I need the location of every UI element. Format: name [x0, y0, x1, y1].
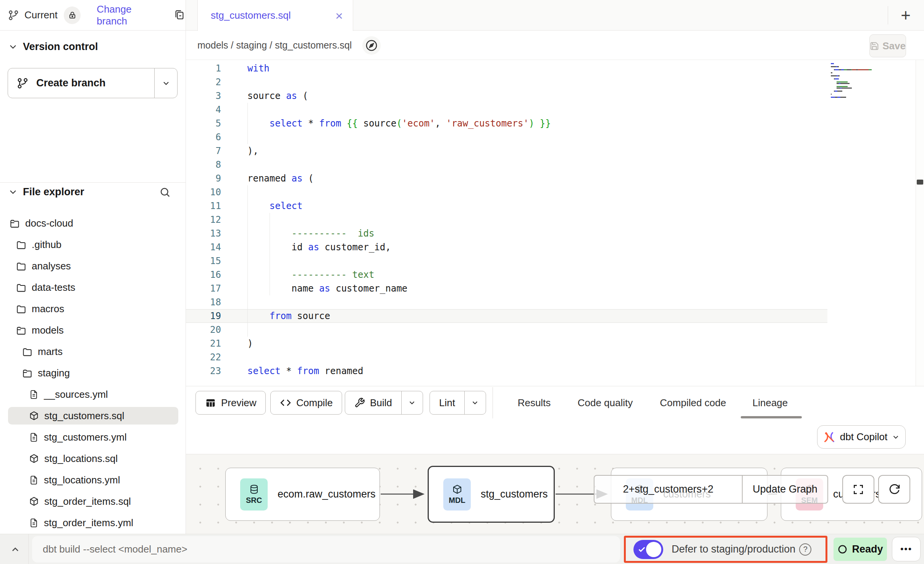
scrollbar-thumb[interactable] — [917, 180, 923, 185]
refresh-button[interactable] — [878, 475, 910, 504]
code-line-2[interactable]: 2 — [186, 75, 827, 89]
folder-icon — [16, 304, 26, 314]
action-bar-divider — [493, 387, 493, 418]
more-options-button[interactable]: ••• — [892, 537, 921, 561]
save-label: Save — [882, 40, 906, 52]
close-tab-icon[interactable]: × — [335, 9, 343, 22]
file-tree-item-models[interactable]: models — [0, 319, 186, 341]
fullscreen-button[interactable] — [842, 475, 874, 504]
file-tree-item--sources-yml[interactable]: __sources.yml — [0, 384, 186, 405]
dbt-copilot-logo-icon — [823, 431, 836, 444]
code-line-7[interactable]: 7), — [186, 144, 827, 158]
current-branch-label: Current — [24, 9, 58, 21]
create-branch-main[interactable]: Create branch — [8, 68, 154, 98]
minimap[interactable] — [831, 63, 874, 105]
code-line-4[interactable]: 4 — [186, 103, 827, 117]
tab-stg-customers-sql[interactable]: stg_customers.sql × — [197, 0, 353, 31]
file-tree-item-macros[interactable]: macros — [0, 298, 186, 319]
code-content — [232, 295, 827, 309]
panel-tab-compiled-code[interactable]: Compiled code — [660, 386, 726, 419]
code-line-3[interactable]: 3source as ( — [186, 89, 827, 103]
code-line-22[interactable]: 22 — [186, 350, 827, 364]
code-line-12[interactable]: 12 — [186, 213, 827, 227]
panel-tab-code-quality[interactable]: Code quality — [578, 386, 633, 419]
code-line-18[interactable]: 18 — [186, 295, 827, 309]
file-tree-item-stg-customers-sql[interactable]: stg_customers.sql — [0, 405, 186, 426]
line-number: 16 — [186, 269, 232, 280]
change-branch-link[interactable]: Change branch — [97, 3, 163, 27]
code-content — [232, 213, 827, 227]
build-main[interactable]: Build — [345, 391, 401, 414]
defer-toggle[interactable] — [633, 540, 663, 559]
lint-main[interactable]: Lint — [430, 391, 464, 414]
compile-button[interactable]: Compile — [270, 391, 342, 415]
code-line-14[interactable]: 14 id as customer_id, — [186, 240, 827, 254]
build-dropdown[interactable] — [401, 391, 423, 414]
code-line-5[interactable]: 5 select * from {{ source('ecom', 'raw_c… — [186, 117, 827, 130]
lint-button[interactable]: Lint — [430, 391, 486, 415]
build-button[interactable]: Build — [345, 391, 423, 415]
code-line-10[interactable]: 10 — [186, 185, 827, 199]
lineage-node-source[interactable]: SRC ecom.raw_customers — [225, 468, 380, 521]
code-line-17[interactable]: 17 name as customer_name — [186, 282, 827, 295]
model-icon — [29, 496, 39, 506]
code-line-19[interactable]: 19 from source — [186, 309, 827, 323]
search-icon[interactable] — [159, 186, 171, 198]
file-tree-item-stg-order-items-yml[interactable]: stg_order_items.yml — [0, 512, 186, 533]
update-graph-button[interactable]: Update Graph — [742, 476, 827, 503]
editor-scrollbar[interactable] — [916, 60, 924, 386]
file-tree-item-data-tests[interactable]: data-tests — [0, 277, 186, 298]
status-bar-divider — [28, 534, 29, 564]
file-label: macros — [32, 303, 64, 315]
model-icon — [29, 454, 39, 464]
panel-tab-results[interactable]: Results — [518, 386, 551, 419]
create-branch-button[interactable]: Create branch — [8, 68, 178, 98]
file-tree-item--github[interactable]: .github — [0, 234, 186, 255]
code-line-1[interactable]: 1with — [186, 62, 827, 75]
code-content: ---------- text — [232, 268, 827, 282]
file-tree-item-marts[interactable]: marts — [0, 341, 186, 362]
copilot-compass-icon[interactable] — [362, 36, 381, 55]
file-explorer-section-header[interactable]: File explorer — [8, 183, 178, 201]
file-tree: docs-cloud.githubanalysesdata-testsmacro… — [0, 212, 186, 533]
file-tree-item-docs-cloud[interactable]: docs-cloud — [0, 212, 186, 234]
copilot-row: dbt Copilot — [186, 419, 924, 454]
code-line-8[interactable]: 8 — [186, 158, 827, 172]
folder-icon — [16, 261, 26, 271]
file-tree-item-stg-locations-sql[interactable]: stg_locations.sql — [0, 448, 186, 469]
lineage-canvas[interactable]: SRC ecom.raw_customers MDL stg_customers… — [186, 454, 924, 534]
create-branch-dropdown[interactable] — [154, 68, 177, 98]
line-number: 4 — [186, 104, 232, 115]
file-tree-item-stg-locations-yml[interactable]: stg_locations.yml — [0, 469, 186, 491]
code-line-16[interactable]: 16 ---------- text — [186, 268, 827, 282]
code-line-9[interactable]: 9renamed as ( — [186, 172, 827, 185]
file-tree-item-stg-order-items-sql[interactable]: stg_order_items.sql — [0, 491, 186, 512]
help-icon[interactable]: ? — [799, 543, 811, 556]
code-line-13[interactable]: 13 ---------- ids — [186, 227, 827, 240]
preview-button[interactable]: Preview — [195, 391, 266, 415]
lineage-node-stg-customers[interactable]: MDL stg_customers — [428, 466, 555, 523]
code-editor[interactable]: 1with23source as (45 select * from {{ so… — [186, 60, 924, 386]
version-control-section-header[interactable]: Version control — [8, 37, 98, 56]
save-button[interactable]: Save — [869, 34, 906, 57]
code-line-11[interactable]: 11 select — [186, 199, 827, 213]
code-line-6[interactable]: 6 — [186, 130, 827, 144]
command-input[interactable]: dbt build --select <model_name> — [32, 536, 620, 562]
new-tab-button[interactable]: + — [894, 5, 917, 25]
version-control-title: Version control — [23, 41, 98, 53]
copy-branch-icon[interactable] — [173, 9, 186, 21]
code-line-21[interactable]: 21) — [186, 337, 827, 350]
file-tree-item-staging[interactable]: staging — [0, 362, 186, 384]
code-line-15[interactable]: 15 — [186, 254, 827, 268]
dbt-copilot-button[interactable]: dbt Copilot — [817, 425, 906, 449]
file-tree-item-stg-customers-yml[interactable]: stg_customers.yml — [0, 426, 186, 448]
line-number: 23 — [186, 366, 232, 376]
collapse-panel-icon[interactable] — [8, 543, 22, 556]
git-branch-icon — [8, 9, 20, 21]
code-line-23[interactable]: 23select * from renamed — [186, 364, 827, 378]
lint-dropdown[interactable] — [464, 391, 486, 414]
file-tree-item-analyses[interactable]: analyses — [0, 255, 186, 277]
lineage-selector-input[interactable]: 2+stg_customers+2 — [594, 476, 742, 503]
code-line-20[interactable]: 20 — [186, 323, 827, 337]
panel-tab-lineage[interactable]: Lineage — [753, 386, 788, 419]
